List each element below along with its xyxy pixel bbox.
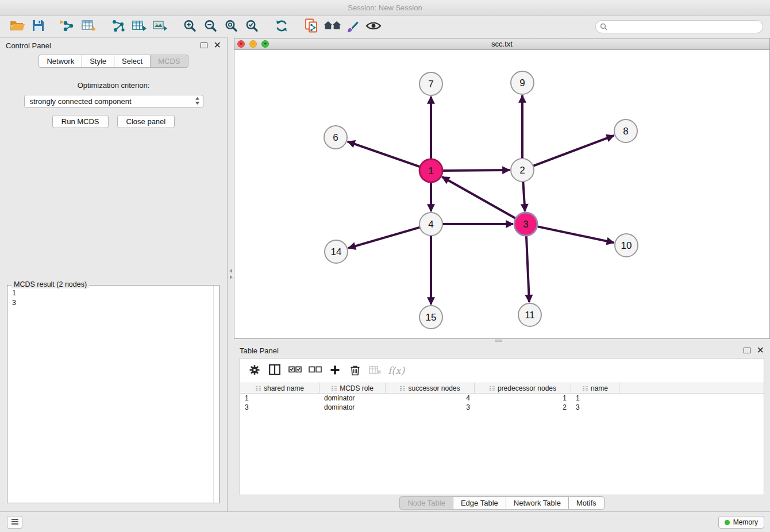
show-panels-button[interactable]: [7, 516, 22, 529]
graph-node-9[interactable]: [511, 71, 534, 94]
graph-node-15[interactable]: [419, 306, 442, 329]
graph-node-2[interactable]: [511, 159, 534, 182]
graph-node-10[interactable]: [615, 234, 638, 257]
tab-edge-table[interactable]: Edge Table: [453, 496, 506, 510]
graph-node-14[interactable]: [325, 240, 348, 263]
search-input[interactable]: [595, 20, 763, 33]
delete-table-button[interactable]: [368, 363, 383, 379]
home-button[interactable]: [322, 18, 342, 35]
maximize-window-icon[interactable]: +: [261, 40, 269, 48]
table-cell[interactable]: dominator: [319, 403, 386, 412]
function-builder-button[interactable]: f(x): [388, 363, 405, 379]
zoom-in-button[interactable]: [179, 18, 200, 35]
float-table-panel-icon[interactable]: [744, 348, 750, 353]
import-table-button[interactable]: [78, 18, 99, 35]
close-panel-button[interactable]: Close panel: [117, 115, 175, 128]
table-settings-button[interactable]: [247, 363, 262, 379]
show-hide-button[interactable]: [363, 18, 384, 35]
result-scrollbar[interactable]: [213, 286, 214, 503]
table-panel: Table Panel ✕: [234, 343, 770, 511]
graph-edge-3-1[interactable]: [442, 177, 515, 218]
graph-node-11[interactable]: [518, 303, 541, 326]
tab-select[interactable]: Select: [114, 55, 151, 68]
sort-icon: [331, 385, 337, 391]
graph-node-4[interactable]: [419, 213, 442, 236]
refresh-button[interactable]: [271, 18, 292, 35]
graph-node-8[interactable]: [614, 119, 637, 142]
tab-network[interactable]: Network: [38, 55, 82, 68]
float-panel-icon[interactable]: [201, 43, 207, 48]
tab-network-table[interactable]: Network Table: [506, 496, 569, 510]
column-header-shared-name[interactable]: shared name: [240, 383, 319, 393]
close-window-icon[interactable]: ×: [237, 40, 245, 48]
zoom-fit-button[interactable]: [221, 18, 241, 35]
table-cell[interactable]: 1: [571, 394, 619, 403]
graph-node-3[interactable]: [514, 213, 537, 236]
column-header-mcds-role[interactable]: MCDS role: [319, 383, 386, 393]
network-window-titlebar[interactable]: × – + scc.txt: [234, 38, 769, 50]
graph-edge-2-8[interactable]: [533, 136, 614, 166]
table-row[interactable]: 1dominator411: [240, 394, 764, 403]
column-header-predecessor-nodes[interactable]: predecessor nodes: [475, 383, 571, 393]
minimize-window-icon[interactable]: –: [249, 40, 257, 48]
tab-node-table[interactable]: Node Table: [399, 496, 453, 510]
column-header-successor-nodes[interactable]: successor nodes: [386, 383, 475, 393]
table-cell[interactable]: dominator: [319, 394, 386, 403]
result-line: 3: [12, 298, 214, 308]
splitter-collapse-icon[interactable]: [229, 266, 233, 270]
table-cell[interactable]: 1: [475, 394, 571, 403]
import-network-icon: [60, 19, 76, 34]
graph-node-7[interactable]: [419, 72, 442, 95]
run-mcds-button[interactable]: Run MCDS: [52, 115, 109, 128]
splitter-expand-icon[interactable]: [229, 272, 233, 276]
stepper-arrows-icon: [195, 97, 200, 107]
new-table-button[interactable]: [129, 18, 149, 35]
table-panel-header: Table Panel ✕: [234, 343, 770, 358]
column-header-name[interactable]: name: [571, 383, 619, 393]
zoom-selected-button[interactable]: [241, 18, 262, 35]
vertical-splitter[interactable]: [228, 37, 234, 511]
horizontal-splitter[interactable]: [234, 339, 770, 343]
add-column-button[interactable]: [328, 363, 342, 379]
tab-motifs[interactable]: Motifs: [568, 496, 605, 510]
deselect-all-button[interactable]: [307, 363, 322, 379]
tab-style[interactable]: Style: [82, 55, 114, 68]
graph-node-1[interactable]: [419, 159, 442, 182]
delete-column-button[interactable]: [348, 363, 363, 379]
save-session-button[interactable]: [28, 18, 48, 35]
table-cell[interactable]: 3: [240, 403, 319, 412]
open-file-button[interactable]: [7, 18, 28, 35]
table-cell[interactable]: 3: [386, 403, 475, 412]
show-columns-button[interactable]: [267, 363, 282, 379]
open-folder-icon: [10, 19, 25, 34]
splitter-grip[interactable]: [495, 340, 502, 342]
select-all-button[interactable]: [287, 363, 302, 379]
graph-edge-1-2[interactable]: [442, 170, 510, 171]
table-cell[interactable]: 1: [240, 394, 319, 403]
import-network-button[interactable]: [57, 18, 78, 35]
graph-edge-4-14[interactable]: [348, 228, 420, 248]
table-cell[interactable]: 3: [571, 403, 619, 412]
table-cell[interactable]: 4: [386, 394, 475, 403]
export-image-button[interactable]: [149, 18, 170, 35]
graph-node-6[interactable]: [324, 126, 347, 149]
close-table-panel-icon[interactable]: ✕: [757, 346, 764, 355]
network-canvas[interactable]: 7968124314101511: [234, 50, 769, 338]
main-toolbar: [0, 16, 770, 37]
graph-edge-3-11[interactable]: [526, 236, 529, 302]
graph-edge-2-3[interactable]: [523, 182, 525, 211]
table-toolbar: f(x): [240, 358, 764, 383]
style-button[interactable]: [342, 18, 363, 35]
zoom-out-button[interactable]: [200, 18, 221, 35]
graph-edge-3-10[interactable]: [537, 226, 614, 242]
close-panel-icon[interactable]: ✕: [214, 41, 221, 50]
new-network-button[interactable]: [108, 18, 129, 35]
optimization-criterion-select[interactable]: strongly connected component: [24, 95, 203, 108]
clone-network-button[interactable]: [301, 18, 322, 35]
memory-button[interactable]: Memory: [718, 516, 764, 529]
table-row[interactable]: 3dominator323: [240, 403, 764, 412]
table-cell[interactable]: 2: [475, 403, 571, 412]
table-rows: 1dominator4113dominator323: [240, 394, 764, 495]
tab-mcds[interactable]: MCDS: [150, 55, 188, 68]
graph-edge-1-6[interactable]: [348, 141, 420, 167]
